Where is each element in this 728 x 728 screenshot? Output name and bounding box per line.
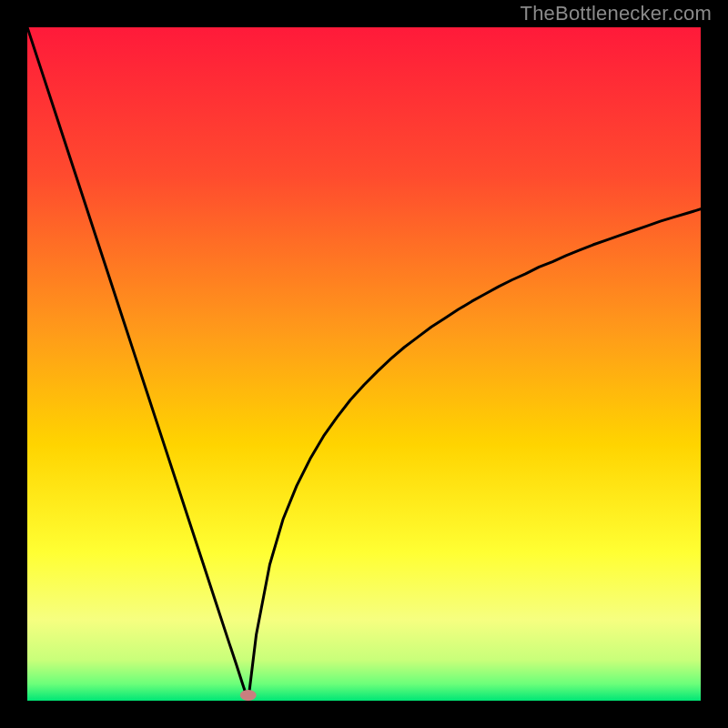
- minimum-marker: [240, 690, 257, 701]
- watermark-label: TheBottlenecker.com: [521, 2, 712, 25]
- chart-container: TheBottlenecker.com: [0, 0, 728, 728]
- gradient-background: [27, 27, 701, 701]
- plot-area: [27, 27, 701, 701]
- bottleneck-curve-svg: [27, 27, 701, 701]
